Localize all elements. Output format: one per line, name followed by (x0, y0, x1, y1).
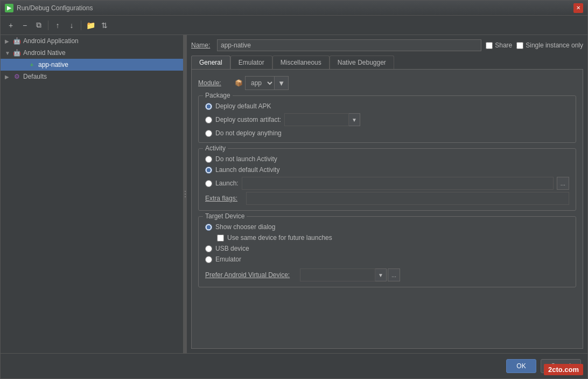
name-label: Name: (191, 42, 213, 49)
emulator-option[interactable]: Emulator (205, 256, 569, 263)
sidebar-item-app-native[interactable]: + app-native (1, 59, 183, 71)
launch-row: Launch: ... (205, 177, 569, 190)
do-not-deploy-radio[interactable] (205, 130, 212, 137)
android-icon: 🤖 (12, 37, 21, 45)
module-icon: 📦 (235, 79, 243, 87)
prefer-avd-row: Prefer Android Virtual Device: ▼ ... (205, 268, 569, 281)
sidebar-item-android-native[interactable]: ▼ 🤖 Android Native (1, 47, 183, 59)
copy-button[interactable]: ⧉ (33, 19, 45, 31)
show-chooser-option[interactable]: Show chooser dialog (205, 223, 569, 231)
name-input[interactable] (217, 39, 481, 51)
sidebar-item-label: Android Native (23, 49, 66, 57)
activity-section-title: Activity (203, 144, 228, 152)
deploy-custom-input[interactable] (284, 113, 349, 126)
deploy-custom-dropdown-btn[interactable]: ▼ (349, 113, 360, 126)
left-panel: ▶ 🤖 Android Application ▼ 🤖 Android Nati… (1, 35, 184, 353)
remove-button[interactable]: − (19, 19, 31, 31)
usb-device-radio[interactable] (205, 245, 212, 252)
do-not-launch-label: Do not launch Activity (215, 155, 277, 163)
sort-button[interactable]: ⇅ (99, 19, 110, 31)
do-not-deploy-label: Do not deploy anything (215, 129, 282, 137)
deploy-default-label: Deploy default APK (215, 102, 271, 110)
usb-device-option[interactable]: USB device (205, 245, 569, 252)
prefer-avd-label: Prefer Android Virtual Device: (205, 271, 297, 279)
window-icon: ▶ (5, 4, 13, 12)
expand-arrow: ▶ (5, 74, 12, 80)
toolbar: + − ⧉ ↑ ↓ 📁 ⇅ (1, 16, 587, 35)
do-not-launch-option[interactable]: Do not launch Activity (205, 155, 569, 163)
tab-native-debugger[interactable]: Native Debugger (330, 56, 394, 69)
deploy-custom-combo: ▼ (284, 113, 360, 126)
module-row: Module: 📦 app ▼ (198, 76, 576, 90)
extra-flags-input[interactable] (246, 192, 569, 205)
emulator-label: Emulator (215, 256, 241, 263)
sidebar-item-label: Defaults (23, 73, 47, 80)
sidebar-item-android-application[interactable]: ▶ 🤖 Android Application (1, 35, 183, 47)
package-radio-group: Deploy default APK Deploy custom artifac… (205, 102, 569, 137)
defaults-icon: ⚙ (12, 72, 21, 81)
move-down-button[interactable]: ↓ (66, 19, 78, 31)
deploy-custom-label: Deploy custom artifact: (215, 116, 281, 123)
single-instance-label: Single instance only (526, 42, 583, 49)
prefer-avd-input[interactable] (300, 268, 375, 281)
use-same-device-option[interactable]: Use same device for future launches (217, 234, 569, 242)
single-instance-checkbox[interactable] (516, 42, 523, 49)
deploy-default-option[interactable]: Deploy default APK (205, 102, 569, 110)
folder-button[interactable]: 📁 (85, 19, 96, 31)
do-not-launch-radio[interactable] (205, 156, 212, 163)
share-label: Share (495, 42, 512, 49)
extra-flags-row: Extra flags: (205, 192, 569, 205)
name-row: Name: Share Single instance only (191, 39, 583, 51)
target-device-section: Target Device Show chooser dialog Use sa… (198, 216, 576, 287)
target-device-title: Target Device (203, 212, 247, 220)
run-debug-dialog: ▶ Run/Debug Configurations ✕ + − ⧉ ↑ ↓ 📁… (0, 0, 588, 379)
launch-browse-btn[interactable]: ... (557, 177, 569, 190)
do-not-deploy-option[interactable]: Do not deploy anything (205, 129, 569, 137)
expand-arrow: ▼ (5, 50, 12, 56)
show-chooser-label: Show chooser dialog (215, 223, 275, 231)
watermark: 2cto.com (544, 364, 583, 375)
deploy-custom-option[interactable]: Deploy custom artifact: (205, 116, 281, 123)
launch-default-radio[interactable] (205, 167, 212, 174)
main-content: ▶ 🤖 Android Application ▼ 🤖 Android Nati… (1, 35, 587, 353)
module-select[interactable]: app (245, 76, 275, 90)
launch-radio[interactable] (205, 180, 212, 187)
use-same-device-checkbox[interactable] (217, 235, 224, 242)
prefer-avd-browse-btn[interactable]: ... (388, 268, 400, 281)
extra-flags-label: Extra flags: (205, 195, 242, 202)
share-checkbox-label[interactable]: Share (486, 42, 512, 49)
module-select-wrapper: 📦 app ▼ (235, 76, 289, 90)
launch-option[interactable]: Launch: (205, 180, 239, 187)
tab-emulator[interactable]: Emulator (230, 56, 272, 69)
usb-device-label: USB device (215, 245, 249, 252)
launch-default-label: Launch default Activity (215, 166, 279, 174)
move-up-button[interactable]: ↑ (52, 19, 64, 31)
prefer-avd-dropdown-btn[interactable]: ▼ (375, 268, 387, 281)
tab-content-general: Module: 📦 app ▼ Package (191, 69, 583, 349)
toolbar-separator-1 (48, 20, 48, 30)
add-button[interactable]: + (5, 19, 17, 31)
launch-default-option[interactable]: Launch default Activity (205, 166, 569, 174)
close-button[interactable]: ✕ (573, 3, 583, 13)
tab-general[interactable]: General (191, 56, 230, 69)
launch-input[interactable] (242, 177, 554, 190)
android-native-icon: 🤖 (12, 49, 21, 57)
deploy-custom-radio[interactable] (205, 116, 212, 123)
single-instance-checkbox-label[interactable]: Single instance only (516, 42, 583, 49)
package-section: Package Deploy default APK Deploy custom… (198, 95, 576, 143)
tab-miscellaneous[interactable]: Miscellaneous (272, 56, 330, 69)
sidebar-item-label: app-native (38, 61, 68, 68)
deploy-default-radio[interactable] (205, 103, 212, 110)
show-chooser-radio[interactable] (205, 224, 212, 231)
ok-button[interactable]: OK (506, 359, 536, 373)
right-panel: Name: Share Single instance only General… (187, 35, 587, 353)
share-checkbox[interactable] (486, 42, 493, 49)
module-dropdown-button[interactable]: ▼ (275, 76, 289, 90)
emulator-radio[interactable] (205, 256, 212, 263)
sidebar-item-defaults[interactable]: ▶ ⚙ Defaults (1, 71, 183, 82)
toolbar-separator-2 (81, 20, 81, 30)
module-label: Module: (198, 79, 230, 87)
deploy-custom-row: Deploy custom artifact: ▼ (205, 113, 569, 126)
bottom-bar: OK Cancel 2cto.com (1, 353, 587, 378)
window-title: Run/Debug Configurations (17, 4, 573, 12)
